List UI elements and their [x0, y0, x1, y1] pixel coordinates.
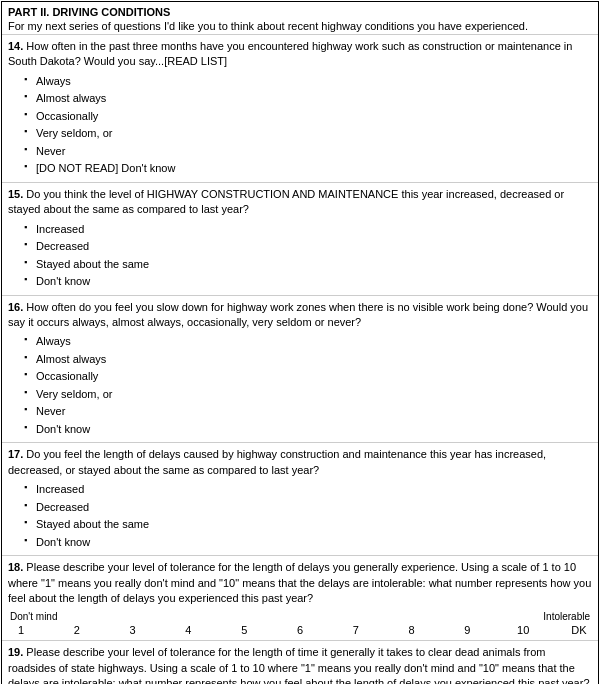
- option-item: Never: [24, 143, 592, 160]
- option-item: Increased: [24, 221, 592, 238]
- question-block-3: 16. How often do you feel you slow down …: [2, 296, 598, 444]
- option-item: Almost always: [24, 90, 592, 107]
- question-block-1: 14. How often in the past three months h…: [2, 35, 598, 183]
- question-text-6: 19. Please describe your level of tolera…: [8, 645, 592, 684]
- option-item: Always: [24, 73, 592, 90]
- scale-number-item: 6: [289, 624, 311, 636]
- question-text-3: 16. How often do you feel you slow down …: [8, 300, 592, 331]
- option-item: Always: [24, 333, 592, 350]
- scale-section-5: Don't mindIntolerable12345678910DK: [8, 611, 592, 636]
- options-list-1: AlwaysAlmost alwaysOccasionallyVery seld…: [8, 73, 592, 177]
- options-list-3: AlwaysAlmost alwaysOccasionallyVery seld…: [8, 333, 592, 437]
- options-list-4: IncreasedDecreasedStayed about the sameD…: [8, 481, 592, 550]
- option-item: Decreased: [24, 238, 592, 255]
- scale-number-item: 1: [10, 624, 32, 636]
- question-text-5: 18. Please describe your level of tolera…: [8, 560, 592, 606]
- option-item: Stayed about the same: [24, 516, 592, 533]
- scale-number-item: 4: [177, 624, 199, 636]
- question-block-5: 18. Please describe your level of tolera…: [2, 556, 598, 641]
- scale-dk: DK: [568, 624, 590, 636]
- part-header: PART II. DRIVING CONDITIONS For my next …: [2, 2, 598, 35]
- scale-number-item: 3: [122, 624, 144, 636]
- question-block-4: 17. Do you feel the length of delays cau…: [2, 443, 598, 556]
- question-number-4: 17.: [8, 448, 26, 460]
- option-item: [DO NOT READ] Don't know: [24, 160, 592, 177]
- option-item: Almost always: [24, 351, 592, 368]
- option-item: Decreased: [24, 499, 592, 516]
- question-number-6: 19.: [8, 646, 26, 658]
- part-title: PART II. DRIVING CONDITIONS: [8, 6, 592, 18]
- option-item: Occasionally: [24, 368, 592, 385]
- question-number-3: 16.: [8, 301, 26, 313]
- question-number-2: 15.: [8, 188, 26, 200]
- survey-container: PART II. DRIVING CONDITIONS For my next …: [1, 1, 599, 684]
- option-item: Don't know: [24, 534, 592, 551]
- option-item: Don't know: [24, 273, 592, 290]
- question-text-4: 17. Do you feel the length of delays cau…: [8, 447, 592, 478]
- question-text-1: 14. How often in the past three months h…: [8, 39, 592, 70]
- option-item: Occasionally: [24, 108, 592, 125]
- options-list-2: IncreasedDecreasedStayed about the sameD…: [8, 221, 592, 290]
- scale-number-item: 7: [345, 624, 367, 636]
- scale-number-item: 5: [233, 624, 255, 636]
- scale-number-item: 2: [66, 624, 88, 636]
- option-item: Stayed about the same: [24, 256, 592, 273]
- scale-labels-5: Don't mindIntolerable: [8, 611, 592, 622]
- question-block-2: 15. Do you think the level of HIGHWAY CO…: [2, 183, 598, 296]
- question-text-2: 15. Do you think the level of HIGHWAY CO…: [8, 187, 592, 218]
- option-item: Very seldom, or: [24, 386, 592, 403]
- scale-left-label: Don't mind: [10, 611, 58, 622]
- option-item: Increased: [24, 481, 592, 498]
- question-number-1: 14.: [8, 40, 26, 52]
- option-item: Very seldom, or: [24, 125, 592, 142]
- option-item: Don't know: [24, 421, 592, 438]
- option-item: Never: [24, 403, 592, 420]
- scale-numbers-5: 12345678910DK: [8, 624, 592, 636]
- question-block-6: 19. Please describe your level of tolera…: [2, 641, 598, 684]
- question-number-5: 18.: [8, 561, 26, 573]
- part-intro: For my next series of questions I'd like…: [8, 20, 592, 32]
- scale-number-item: 8: [401, 624, 423, 636]
- scale-right-label: Intolerable: [543, 611, 590, 622]
- scale-number-item: 9: [456, 624, 478, 636]
- questions-container: 14. How often in the past three months h…: [2, 35, 598, 684]
- scale-number-item: 10: [512, 624, 534, 636]
